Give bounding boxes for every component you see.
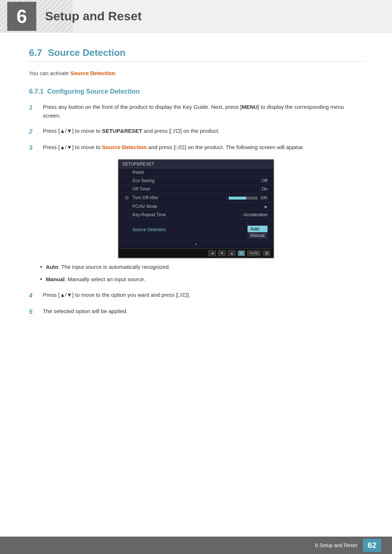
intro-paragraph: You can activate Source Detection. bbox=[29, 69, 363, 78]
ctrl-btn-enter: ⊡ bbox=[238, 250, 245, 256]
steps-list-2: 4 Press [▲/▼] to move to the option you … bbox=[29, 291, 363, 317]
bullet-dot-2: • bbox=[40, 275, 42, 284]
slider-fill bbox=[229, 197, 246, 200]
bullet-manual-text: Manual: Manually select an input source. bbox=[46, 275, 145, 284]
bullet-auto: • Auto: The input source is automaticall… bbox=[40, 263, 352, 272]
monitor-screen: SETUP&RESET Reset Eco Saving : Off Off T… bbox=[118, 159, 274, 258]
monitor-titlebar: SETUP&RESET bbox=[119, 160, 273, 168]
ctrl-btn-down: ▼ bbox=[218, 250, 226, 256]
menu-row-keyrepeat: Key Repeat Time : Acceleration bbox=[119, 211, 273, 219]
subsection-title: 6.7.1 Configuring Source Detection bbox=[29, 88, 363, 95]
intro-text-after: . bbox=[115, 70, 117, 76]
step-5: 5 The selected option will be applied. bbox=[29, 307, 363, 317]
step-2: 2 Press [▲/▼] to move to SETUP&RESET and… bbox=[29, 127, 363, 136]
step-3-text: Press [▲/▼] to move to Source Detection … bbox=[43, 143, 363, 152]
monitor-bottombar: ◄ ▼ ▲ ⊡ AUTO ⏻ bbox=[119, 249, 273, 258]
bullet-dot-1: • bbox=[40, 263, 42, 272]
step-4-text: Press [▲/▼] to move to the option you wa… bbox=[43, 291, 363, 299]
section-title: 6.7Source Detection bbox=[29, 47, 363, 62]
menu-bold: MENU bbox=[242, 104, 258, 110]
chapter-header: 6 Setup and Reset bbox=[0, 0, 392, 33]
subsection-title-text: Configuring Source Detection bbox=[47, 88, 140, 95]
manual-term: Manual bbox=[46, 276, 65, 282]
menu-row-sourcedetection: Source Detection : Auto Manual bbox=[119, 219, 273, 241]
ctrl-btn-auto: AUTO bbox=[247, 250, 261, 256]
bullet-auto-text: Auto: The input source is automatically … bbox=[46, 263, 170, 271]
steps-list: 1 Press any button on the front of the p… bbox=[29, 103, 363, 153]
step-1-number: 1 bbox=[29, 103, 39, 112]
chapter-title: Setup and Reset bbox=[45, 9, 142, 23]
intro-highlight: Source Detection bbox=[70, 70, 115, 76]
menu-row-pcav: PC/AV Mode ▶ bbox=[119, 202, 273, 211]
page-footer: 6 Setup and Reset 62 bbox=[0, 537, 392, 554]
footer-section-label: 6 Setup and Reset bbox=[315, 542, 357, 548]
step-5-number: 5 bbox=[29, 307, 39, 317]
ctrl-btn-left: ◄ bbox=[208, 250, 216, 256]
subsection-number: 6.7.1 bbox=[29, 88, 44, 95]
dropdown-area: Auto Manual bbox=[248, 226, 268, 239]
dropdown-auto: Auto bbox=[248, 226, 268, 232]
slider-bar bbox=[229, 197, 258, 200]
step-3: 3 Press [▲/▼] to move to Source Detectio… bbox=[29, 143, 363, 153]
main-content: 6.7Source Detection You can activate Sou… bbox=[0, 33, 392, 352]
menu-row-turnoff: ⚙ Turn Off After : 10h bbox=[119, 193, 273, 202]
menu-row-eco: Eco Saving : Off bbox=[119, 177, 273, 185]
menu-row-reset: Reset bbox=[119, 168, 273, 177]
step-4: 4 Press [▲/▼] to move to the option you … bbox=[29, 291, 363, 300]
step-1-text: Press any button on the front of the pro… bbox=[43, 103, 363, 120]
pcav-arrow: ▶ bbox=[265, 205, 268, 209]
step-2-number: 2 bbox=[29, 127, 39, 136]
monitor-body: Reset Eco Saving : Off Off Timer : On ⚙ … bbox=[119, 168, 273, 249]
auto-term: Auto bbox=[46, 264, 58, 270]
step-5-text: The selected option will be applied. bbox=[43, 307, 363, 316]
bullet-manual: • Manual: Manually select an input sourc… bbox=[40, 275, 352, 284]
ctrl-btn-power: ⏻ bbox=[263, 250, 270, 256]
dropdown-manual: Manual bbox=[248, 232, 268, 239]
footer-page-number: 62 bbox=[363, 539, 381, 552]
scroll-indicator: ▼ bbox=[119, 241, 273, 249]
bullet-list: • Auto: The input source is automaticall… bbox=[40, 263, 352, 284]
intro-text-before: You can activate bbox=[29, 70, 70, 76]
step-3-number: 3 bbox=[29, 143, 39, 153]
step-1: 1 Press any button on the front of the p… bbox=[29, 103, 363, 120]
step-4-number: 4 bbox=[29, 291, 39, 300]
menu-row-offtimer: Off Timer : On bbox=[119, 185, 273, 193]
ctrl-btn-up: ▲ bbox=[228, 250, 236, 256]
turnoff-gear: ⚙ bbox=[124, 195, 131, 201]
setup-reset-bold: SETUP&RESET bbox=[102, 128, 142, 134]
chapter-number: 6 bbox=[7, 2, 36, 31]
source-detection-label: Source Detection bbox=[132, 227, 248, 232]
step-2-text: Press [▲/▼] to move to SETUP&RESET and p… bbox=[43, 127, 363, 135]
source-detection-orange: Source Detection bbox=[102, 144, 147, 150]
section-number: 6.7 bbox=[29, 47, 42, 58]
